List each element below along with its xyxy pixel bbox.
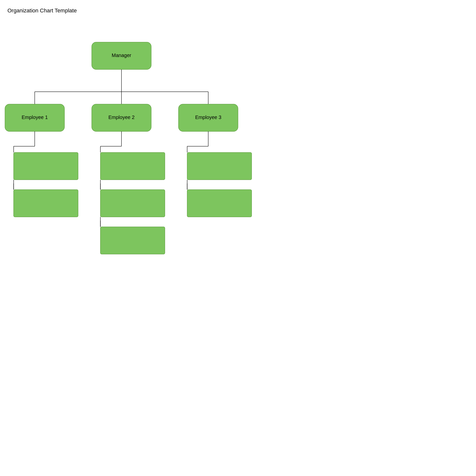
manager-label: Manager xyxy=(112,53,131,58)
emp3-child1-node xyxy=(187,152,252,180)
employee2-label: Employee 2 xyxy=(108,115,135,120)
emp1-child1-node xyxy=(14,152,78,180)
emp1-child2-node xyxy=(14,190,78,217)
emp2-child2-node xyxy=(100,190,165,217)
emp3-child2-node xyxy=(187,190,252,217)
employee1-label: Employee 1 xyxy=(22,115,48,120)
org-chart: Manager Employee 1 Employee 2 Employee 3 xyxy=(0,20,268,268)
employee3-label: Employee 3 xyxy=(195,115,221,120)
emp2-child3-node xyxy=(100,227,165,254)
page-title: Organization Chart Template xyxy=(7,7,77,14)
emp2-child1-node xyxy=(100,152,165,180)
